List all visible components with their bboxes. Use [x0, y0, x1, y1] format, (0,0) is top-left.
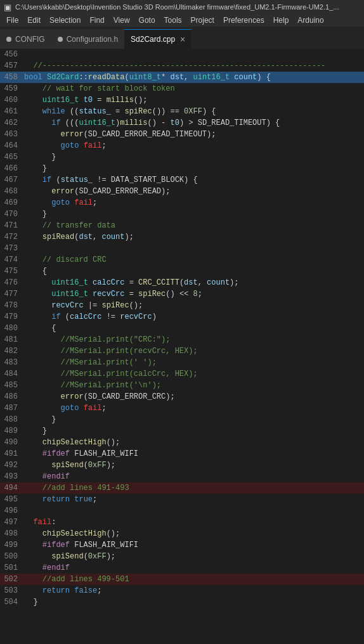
line-number: 502 [0, 574, 24, 585]
line-content: #endif [24, 471, 364, 482]
line-content: bool Sd2Card::readData(uint8_t* dst, uin… [24, 72, 364, 83]
code-line: 504 } [0, 596, 364, 608]
tab-config[interactable]: CONFIG [0, 29, 51, 49]
line-number: 491 [0, 448, 24, 460]
window-icon: ▣ [4, 3, 11, 12]
code-line: 467 if (status_ != DATA_START_BLOCK) { [0, 174, 364, 186]
code-line: 476 uint16_t calcCrc = CRC_CCITT(dst, co… [0, 277, 364, 288]
line-content: //MSerial.print("CRC:"); [24, 334, 364, 345]
code-line: 460 uint16_t t0 = millis(); [0, 94, 364, 106]
line-content: //add lines 491-493 [24, 482, 364, 494]
line-content: chipSelectHigh(); [24, 437, 364, 448]
line-number: 480 [0, 323, 24, 334]
code-line: 493 #endif [0, 471, 364, 482]
menu-item-project[interactable]: Project [187, 15, 218, 25]
menu-item-view[interactable]: View [110, 15, 134, 25]
line-content: // wait for start block token [24, 83, 364, 94]
menu-item-goto[interactable]: Goto [135, 15, 159, 25]
line-number: 468 [0, 186, 24, 197]
code-line: 495 return true; [0, 494, 364, 505]
line-number: 472 [0, 231, 24, 243]
menu-item-selection[interactable]: Selection [46, 15, 84, 25]
line-content [24, 505, 364, 517]
line-content: //MSerial.print('\n'); [24, 380, 364, 391]
menu-item-edit[interactable]: Edit [23, 15, 44, 25]
line-content: #endif [24, 562, 364, 574]
line-number: 494 [0, 482, 24, 494]
menu-item-file[interactable]: File [3, 15, 22, 25]
line-content: error(SD_CARD_ERROR_CRC); [24, 391, 364, 402]
line-number: 467 [0, 174, 24, 186]
line-number: 484 [0, 368, 24, 380]
line-content: //MSerial.print(recvCrc, HEX); [24, 345, 364, 357]
code-line: 492 spiSend(0xFF); [0, 460, 364, 471]
line-number: 490 [0, 437, 24, 448]
line-number: 474 [0, 254, 24, 266]
line-content [24, 49, 364, 60]
tab-configuration-h[interactable]: Configuration.h [51, 29, 124, 49]
line-content: goto fail; [24, 197, 364, 209]
line-number: 492 [0, 460, 24, 471]
line-number: 465 [0, 151, 24, 163]
line-number: 470 [0, 209, 24, 220]
code-line: 481 //MSerial.print("CRC:"); [0, 334, 364, 345]
code-line: 458bool Sd2Card::readData(uint8_t* dst, … [0, 72, 364, 83]
line-number: 469 [0, 197, 24, 209]
code-line: 488 } [0, 414, 364, 425]
line-content: } [24, 425, 364, 437]
line-number: 476 [0, 277, 24, 288]
line-number: 475 [0, 266, 24, 277]
tab-sd2card-cpp[interactable]: Sd2Card.cpp× [124, 29, 192, 49]
line-number: 456 [0, 49, 24, 60]
line-number: 493 [0, 471, 24, 482]
menu-item-help[interactable]: Help [270, 15, 293, 25]
line-number: 478 [0, 300, 24, 311]
line-content: spiSend(0xFF); [24, 460, 364, 471]
code-line: 473 [0, 243, 364, 254]
code-line: 486 error(SD_CARD_ERROR_CRC); [0, 391, 364, 402]
code-line: 468 error(SD_CARD_ERROR_READ); [0, 186, 364, 197]
line-content: uint16_t calcCrc = CRC_CCITT(dst, count)… [24, 277, 364, 288]
code-line: 464 goto fail; [0, 140, 364, 151]
line-content: while ((status_ = spiRec()) == 0XFF) { [24, 106, 364, 117]
menu-item-preferences[interactable]: Preferences [219, 15, 268, 25]
code-line: 491 #ifdef FLASH_AIR_WIFI [0, 448, 364, 460]
code-line: 499 #ifdef FLASH_AIR_WIFI [0, 539, 364, 551]
menu-item-tools[interactable]: Tools [160, 15, 186, 25]
tab-label: Configuration.h [67, 35, 118, 44]
line-number: 485 [0, 380, 24, 391]
line-number: 457 [0, 60, 24, 72]
line-number: 487 [0, 402, 24, 414]
tabs-bar: CONFIGConfiguration.hSd2Card.cpp× [0, 27, 364, 49]
line-content: uint16_t t0 = millis(); [24, 94, 364, 106]
tab-modified-dot [6, 37, 11, 42]
code-line: 478 recvCrc |= spiRec(); [0, 300, 364, 311]
code-line: 489 } [0, 425, 364, 437]
code-line: 501 #endif [0, 562, 364, 574]
line-content: error(SD_CARD_ERROR_READ_TIMEOUT); [24, 129, 364, 140]
line-number: 486 [0, 391, 24, 402]
line-number: 488 [0, 414, 24, 425]
line-content: return false; [24, 585, 364, 596]
line-number: 462 [0, 117, 24, 129]
code-area: 456 457 //------------------------------… [0, 49, 364, 608]
code-line: 496 [0, 505, 364, 517]
line-content: goto fail; [24, 402, 364, 414]
line-number: 460 [0, 94, 24, 106]
line-number: 477 [0, 288, 24, 300]
line-number: 498 [0, 528, 24, 539]
code-line: 459 // wait for start block token [0, 83, 364, 94]
line-content: #ifdef FLASH_AIR_WIFI [24, 448, 364, 460]
line-content: } [24, 163, 364, 174]
menu-item-arduino[interactable]: Arduino [294, 15, 327, 25]
code-line: 465 } [0, 151, 364, 163]
code-line: 498 chipSelectHigh(); [0, 528, 364, 539]
line-content: //--------------------------------------… [24, 60, 364, 72]
tab-close-button[interactable]: × [180, 35, 185, 44]
code-line: 461 while ((status_ = spiRec()) == 0XFF)… [0, 106, 364, 117]
menu-item-find[interactable]: Find [86, 15, 108, 25]
code-line: 471 // transfer data [0, 220, 364, 231]
line-number: 495 [0, 494, 24, 505]
line-content: //add lines 499-501 [24, 574, 364, 585]
line-content: } [24, 151, 364, 163]
